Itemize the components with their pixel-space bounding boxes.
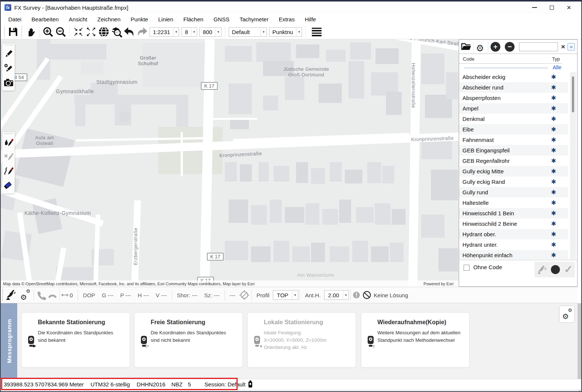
bottom-area-scrollbar[interactable] <box>578 303 581 379</box>
gnss-receiver-icon[interactable] <box>5 289 16 301</box>
menu-gnss[interactable]: GNSS <box>214 16 230 22</box>
chevron-down-icon[interactable]: ▾ <box>173 28 179 36</box>
photo-tool-button[interactable] <box>3 76 14 88</box>
palette-drag-handle2[interactable] <box>4 133 13 134</box>
measure-point-button[interactable] <box>551 265 560 274</box>
codelist-settings-button[interactable]: ⚙ <box>474 41 488 53</box>
scrollbar-thumb[interactable] <box>572 76 574 112</box>
palette-drag-handle[interactable] <box>4 45 13 46</box>
menu-punkte[interactable]: Punkte <box>131 16 148 22</box>
target-icon[interactable] <box>239 289 250 301</box>
code-row[interactable]: Gully rund✱ <box>459 187 568 198</box>
menu-tachymeter[interactable]: Tachymeter <box>239 16 269 22</box>
toolbar-drag-handle[interactable] <box>4 26 5 37</box>
card-bekannte-stationierung[interactable]: Bekannte Stationierung Die Koordinaten d… <box>21 312 130 368</box>
delete-measure-tool-button[interactable] <box>3 151 14 163</box>
expand-panel-button[interactable]: » <box>567 43 575 51</box>
menu-hilfe[interactable]: Hilfe <box>305 16 316 22</box>
redo-button[interactable] <box>136 25 148 38</box>
code-list-scrollbar[interactable] <box>570 72 576 259</box>
map-canvas[interactable]: Großer Schulhof Stadtgymnasium Gymnastik… <box>1 39 459 287</box>
resize-grip[interactable]: ◢ <box>577 389 580 392</box>
toolbar-drag-handle2[interactable] <box>21 26 22 37</box>
zoom-to-selection-button[interactable]: ↘↙↗↖ <box>72 25 85 38</box>
scale-dropdown[interactable]: 1:2231▾ <box>150 27 179 37</box>
code-row[interactable]: Hydrant unter.✱ <box>459 240 568 250</box>
snap-dropdown[interactable]: 8▾ <box>181 27 197 37</box>
menu-linien[interactable]: Linien <box>158 16 173 22</box>
chevron-down-icon[interactable]: ▾ <box>296 28 302 36</box>
gnss-bar-drag-handle[interactable] <box>2 289 3 301</box>
confirm-check-icon[interactable]: ✓ <box>564 264 573 275</box>
chevron-down-icon[interactable]: ▾ <box>191 28 197 36</box>
add-point-tool-button[interactable] <box>3 62 14 74</box>
measure-hand-tool-button[interactable] <box>3 137 14 149</box>
minimize-button[interactable] <box>526 1 543 13</box>
phone-icon[interactable] <box>36 289 47 301</box>
eraser-tool-button[interactable] <box>3 179 14 191</box>
menu-bearbeiten[interactable]: Bearbeiten <box>31 16 59 22</box>
column-typ[interactable]: Typ <box>552 56 560 62</box>
card-freie-stationierung[interactable]: Freie Stationierung Die Koordinaten des … <box>134 312 243 368</box>
gnss-antenna-icon[interactable] <box>536 264 547 275</box>
code-search-input[interactable] <box>519 42 558 51</box>
antenna-height-dropdown[interactable]: 2.00▾ <box>324 290 349 300</box>
instrument-settings-button[interactable]: ⚙⚙ <box>20 290 30 300</box>
code-row[interactable]: Denkmal✱ <box>459 114 568 124</box>
code-row[interactable]: Höhenpunkt einfach✱ <box>459 250 568 259</box>
code-row[interactable]: Eibe✱ <box>459 124 568 135</box>
code-row[interactable]: GEB Eingangspfeil✱ <box>459 145 568 156</box>
code-row[interactable]: Gully eckig Mitte✱ <box>459 166 568 177</box>
zoom-level-dropdown[interactable]: 800▾ <box>199 27 221 37</box>
undo-button[interactable] <box>123 25 136 38</box>
code-row[interactable]: Abscheider eckig✱ <box>459 72 568 82</box>
code-row[interactable]: Abscheider rund✱ <box>459 82 568 93</box>
code-row[interactable]: Hinweisschild 1 Bein✱ <box>459 208 568 219</box>
world-view-button[interactable] <box>97 25 110 38</box>
zoom-extents-button[interactable]: ↖↗↙↘ <box>85 25 97 38</box>
remove-code-button[interactable]: − <box>503 41 517 53</box>
code-row[interactable]: Haltestelle✱ <box>459 198 568 208</box>
edit-tool-button[interactable] <box>3 48 14 60</box>
add-code-button[interactable]: + <box>488 41 503 53</box>
tab-messprogramm[interactable]: Messprogramm <box>1 303 17 379</box>
menu-zeichnen[interactable]: Zeichnen <box>97 16 121 22</box>
menu-flaechen[interactable]: Flächen <box>183 16 203 22</box>
menu-ansicht[interactable]: Ansicht <box>69 16 87 22</box>
ohne-code-checkbox[interactable] <box>464 265 470 271</box>
layer-zoom-button[interactable] <box>110 25 123 38</box>
card-wiederaufnahme[interactable]: Wiederaufnahme(Kopie) Weitere Messungen … <box>361 312 470 368</box>
close-button[interactable]: × <box>560 1 578 13</box>
code-row[interactable]: Hydrant ober.✱ <box>459 229 568 240</box>
freehand-tool-button[interactable] <box>3 165 14 177</box>
column-code[interactable]: Code <box>463 56 474 62</box>
code-row[interactable]: Ampel✱ <box>459 103 568 114</box>
chevron-down-icon[interactable]: ▾ <box>343 291 349 300</box>
code-row[interactable]: Fahnenmast✱ <box>459 135 568 145</box>
pan-button[interactable] <box>24 25 37 38</box>
style-dropdown[interactable]: Default▾ <box>229 27 267 37</box>
clear-search-icon[interactable]: × <box>561 43 565 50</box>
profil-dropdown[interactable]: TOP▾ <box>273 290 298 300</box>
code-row[interactable]: Hinweisschild 2 Beine✱ <box>459 219 568 229</box>
zoom-out-button[interactable] <box>54 25 67 38</box>
open-codelist-button[interactable] <box>459 41 473 53</box>
code-row[interactable]: Absperrpfosten✱ <box>459 93 568 103</box>
menu-datei[interactable]: Datei <box>8 16 21 22</box>
area-settings-button[interactable]: ⚙⚙ <box>559 306 575 323</box>
save-button[interactable] <box>7 25 19 38</box>
code-row[interactable]: GEB Regenfallrohr✱ <box>459 156 568 166</box>
point-numbering-dropdown[interactable]: Punktnu▾ <box>269 27 302 37</box>
typ-filter-alle[interactable]: Alle <box>553 64 561 70</box>
maximize-button[interactable] <box>543 1 560 13</box>
list-menu-button[interactable] <box>312 28 322 36</box>
menu-extras[interactable]: Extras <box>279 16 295 22</box>
zoom-in-button[interactable] <box>42 25 54 38</box>
typ-asterisk-icon: ✱ <box>551 178 556 185</box>
chevron-down-icon[interactable]: ▾ <box>260 28 266 36</box>
headset-icon[interactable] <box>47 290 58 300</box>
chevron-down-icon[interactable]: ▾ <box>215 28 221 36</box>
code-row[interactable]: Gully eckig Rand✱ <box>459 177 568 187</box>
code-filter-input[interactable] <box>464 68 548 68</box>
chevron-down-icon[interactable]: ▾ <box>292 291 298 300</box>
